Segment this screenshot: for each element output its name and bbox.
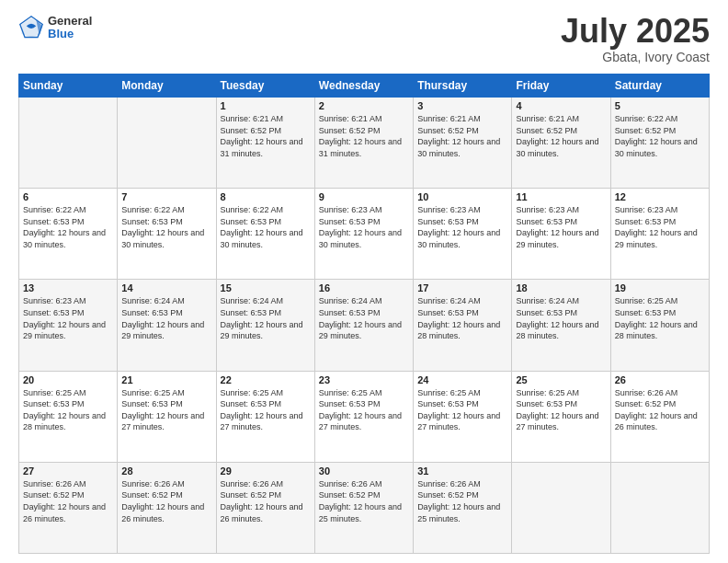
day-info: Sunrise: 6:24 AMSunset: 6:53 PMDaylight:…: [319, 295, 409, 341]
calendar-cell: 15Sunrise: 6:24 AMSunset: 6:53 PMDayligh…: [216, 280, 314, 371]
logo: General Blue: [18, 15, 92, 41]
day-info: Sunrise: 6:22 AMSunset: 6:53 PMDaylight:…: [121, 204, 211, 250]
day-number: 12: [615, 191, 705, 202]
day-number: 25: [516, 374, 606, 385]
day-number: 8: [221, 191, 311, 202]
day-number: 2: [319, 100, 409, 111]
calendar-cell: 26Sunrise: 6:26 AMSunset: 6:52 PMDayligh…: [610, 371, 709, 462]
day-info: Sunrise: 6:23 AMSunset: 6:53 PMDaylight:…: [319, 204, 409, 250]
day-info: Sunrise: 6:21 AMSunset: 6:52 PMDaylight:…: [319, 113, 409, 159]
day-number: 26: [615, 374, 705, 385]
day-number: 10: [417, 191, 507, 202]
day-number: 18: [516, 282, 606, 293]
calendar-week-2: 6Sunrise: 6:22 AMSunset: 6:53 PMDaylight…: [19, 189, 710, 280]
day-number: 31: [417, 465, 507, 477]
col-monday: Monday: [118, 75, 216, 98]
calendar-cell: 10Sunrise: 6:23 AMSunset: 6:53 PMDayligh…: [414, 189, 512, 280]
calendar-cell: 24Sunrise: 6:25 AMSunset: 6:53 PMDayligh…: [414, 371, 512, 462]
calendar-cell: [512, 462, 610, 553]
col-thursday: Thursday: [414, 75, 512, 98]
logo-icon: [18, 15, 44, 40]
calendar-cell: [19, 98, 118, 189]
logo-blue: Blue: [48, 28, 92, 40]
day-info: Sunrise: 6:23 AMSunset: 6:53 PMDaylight:…: [417, 204, 507, 250]
calendar-cell: 29Sunrise: 6:26 AMSunset: 6:52 PMDayligh…: [216, 462, 314, 553]
day-info: Sunrise: 6:21 AMSunset: 6:52 PMDaylight:…: [417, 113, 507, 159]
day-number: 28: [121, 465, 211, 477]
day-info: Sunrise: 6:25 AMSunset: 6:53 PMDaylight:…: [319, 387, 409, 433]
day-number: 13: [23, 282, 113, 293]
day-info: Sunrise: 6:26 AMSunset: 6:52 PMDaylight:…: [221, 478, 311, 524]
day-number: 20: [23, 374, 113, 385]
day-info: Sunrise: 6:26 AMSunset: 6:52 PMDaylight:…: [23, 478, 113, 524]
day-info: Sunrise: 6:22 AMSunset: 6:53 PMDaylight:…: [23, 204, 113, 250]
calendar-cell: 9Sunrise: 6:23 AMSunset: 6:53 PMDaylight…: [314, 189, 413, 280]
calendar-cell: 30Sunrise: 6:26 AMSunset: 6:52 PMDayligh…: [314, 462, 413, 553]
day-number: 6: [23, 191, 113, 202]
day-info: Sunrise: 6:25 AMSunset: 6:53 PMDaylight:…: [516, 387, 606, 433]
day-info: Sunrise: 6:24 AMSunset: 6:53 PMDaylight:…: [121, 295, 211, 341]
col-wednesday: Wednesday: [314, 75, 413, 98]
day-info: Sunrise: 6:22 AMSunset: 6:52 PMDaylight:…: [615, 113, 705, 159]
day-number: 11: [516, 191, 606, 202]
calendar-cell: 27Sunrise: 6:26 AMSunset: 6:52 PMDayligh…: [19, 462, 118, 553]
day-number: 27: [23, 465, 113, 477]
calendar-week-1: 1Sunrise: 6:21 AMSunset: 6:52 PMDaylight…: [19, 98, 710, 189]
calendar-cell: 16Sunrise: 6:24 AMSunset: 6:53 PMDayligh…: [314, 280, 413, 371]
day-number: 22: [221, 374, 311, 385]
day-info: Sunrise: 6:21 AMSunset: 6:52 PMDaylight:…: [516, 113, 606, 159]
col-saturday: Saturday: [610, 75, 709, 98]
calendar-cell: 31Sunrise: 6:26 AMSunset: 6:52 PMDayligh…: [414, 462, 512, 553]
day-info: Sunrise: 6:26 AMSunset: 6:52 PMDaylight:…: [121, 478, 211, 524]
calendar-cell: [610, 462, 709, 553]
day-number: 21: [121, 374, 211, 385]
day-number: 1: [221, 100, 311, 111]
calendar-week-4: 20Sunrise: 6:25 AMSunset: 6:53 PMDayligh…: [19, 371, 710, 462]
calendar-cell: 18Sunrise: 6:24 AMSunset: 6:53 PMDayligh…: [512, 280, 610, 371]
day-info: Sunrise: 6:25 AMSunset: 6:53 PMDaylight:…: [221, 387, 311, 433]
calendar-cell: 8Sunrise: 6:22 AMSunset: 6:53 PMDaylight…: [216, 189, 314, 280]
day-info: Sunrise: 6:26 AMSunset: 6:52 PMDaylight:…: [615, 387, 705, 433]
calendar-week-5: 27Sunrise: 6:26 AMSunset: 6:52 PMDayligh…: [19, 462, 710, 553]
calendar-cell: 20Sunrise: 6:25 AMSunset: 6:53 PMDayligh…: [19, 371, 118, 462]
day-info: Sunrise: 6:26 AMSunset: 6:52 PMDaylight:…: [319, 478, 409, 524]
calendar-cell: 3Sunrise: 6:21 AMSunset: 6:52 PMDaylight…: [414, 98, 512, 189]
day-number: 16: [319, 282, 409, 293]
day-number: 3: [417, 100, 507, 111]
calendar-cell: 19Sunrise: 6:25 AMSunset: 6:53 PMDayligh…: [610, 280, 709, 371]
day-number: 15: [221, 282, 311, 293]
day-number: 5: [615, 100, 705, 111]
day-number: 24: [417, 374, 507, 385]
calendar-table: Sunday Monday Tuesday Wednesday Thursday…: [18, 74, 710, 554]
calendar-cell: 1Sunrise: 6:21 AMSunset: 6:52 PMDaylight…: [216, 98, 314, 189]
col-friday: Friday: [512, 75, 610, 98]
day-number: 7: [121, 191, 211, 202]
calendar-cell: 25Sunrise: 6:25 AMSunset: 6:53 PMDayligh…: [512, 371, 610, 462]
day-number: 14: [121, 282, 211, 293]
logo-text: General Blue: [48, 15, 92, 41]
logo-general: General: [48, 15, 92, 28]
day-number: 23: [319, 374, 409, 385]
calendar-body: 1Sunrise: 6:21 AMSunset: 6:52 PMDaylight…: [19, 98, 710, 554]
day-info: Sunrise: 6:21 AMSunset: 6:52 PMDaylight:…: [221, 113, 311, 159]
calendar-cell: 14Sunrise: 6:24 AMSunset: 6:53 PMDayligh…: [118, 280, 216, 371]
day-info: Sunrise: 6:22 AMSunset: 6:53 PMDaylight:…: [221, 204, 311, 250]
calendar-cell: 5Sunrise: 6:22 AMSunset: 6:52 PMDaylight…: [610, 98, 709, 189]
month-title: July 2025: [561, 15, 710, 48]
day-number: 4: [516, 100, 606, 111]
day-info: Sunrise: 6:25 AMSunset: 6:53 PMDaylight:…: [121, 387, 211, 433]
col-sunday: Sunday: [19, 75, 118, 98]
day-info: Sunrise: 6:23 AMSunset: 6:53 PMDaylight:…: [23, 295, 113, 341]
calendar-cell: 7Sunrise: 6:22 AMSunset: 6:53 PMDaylight…: [118, 189, 216, 280]
calendar-cell: [118, 98, 216, 189]
day-info: Sunrise: 6:23 AMSunset: 6:53 PMDaylight:…: [615, 204, 705, 250]
day-info: Sunrise: 6:23 AMSunset: 6:53 PMDaylight:…: [516, 204, 606, 250]
calendar-cell: 13Sunrise: 6:23 AMSunset: 6:53 PMDayligh…: [19, 280, 118, 371]
day-number: 9: [319, 191, 409, 202]
title-block: July 2025 Gbata, Ivory Coast: [561, 15, 710, 64]
col-tuesday: Tuesday: [216, 75, 314, 98]
day-info: Sunrise: 6:26 AMSunset: 6:52 PMDaylight:…: [417, 478, 507, 524]
day-number: 29: [221, 465, 311, 477]
calendar-cell: 23Sunrise: 6:25 AMSunset: 6:53 PMDayligh…: [314, 371, 413, 462]
calendar-cell: 28Sunrise: 6:26 AMSunset: 6:52 PMDayligh…: [118, 462, 216, 553]
